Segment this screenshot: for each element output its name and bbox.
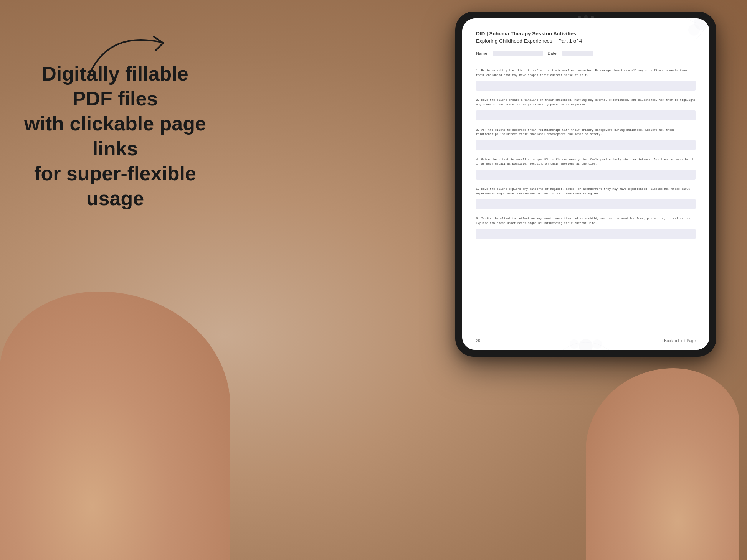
name-label: Name: — [476, 51, 488, 56]
tablet-device: DID | Schema Therapy Session Activities:… — [455, 12, 716, 357]
ornament-bottom — [547, 331, 624, 350]
doc-name-date-row: Name: Date: — [476, 51, 696, 56]
back-to-first-page-link[interactable]: + Back to First Page — [661, 339, 696, 343]
doc-item-6: 6. Invite the client to reflect on any u… — [476, 217, 696, 239]
doc-answer-box-2[interactable] — [476, 110, 696, 120]
doc-item-4-text: 4. Guide the client in recalling a speci… — [476, 158, 696, 166]
doc-answer-box-5[interactable] — [476, 199, 696, 209]
date-field[interactable] — [562, 51, 593, 56]
doc-subtitle: Exploring Childhood Experiences – Part 1… — [476, 38, 696, 44]
hand-right — [586, 368, 739, 560]
doc-answer-box-3[interactable] — [476, 140, 696, 150]
doc-item-1-text: 1. Begin by asking the client to reflect… — [476, 69, 696, 77]
doc-item-3: 3. Ask the client to describe their rela… — [476, 128, 696, 150]
doc-title: DID | Schema Therapy Session Activities: — [476, 31, 696, 36]
doc-item-2-text: 2. Have the client create a timeline of … — [476, 98, 696, 107]
left-panel: Digitally fillable PDF files with clicka… — [23, 61, 207, 211]
name-field[interactable] — [493, 51, 543, 56]
tablet-outer: DID | Schema Therapy Session Activities:… — [455, 12, 716, 357]
doc-item-4: 4. Guide the client in recalling a speci… — [476, 158, 696, 180]
hand-left — [0, 292, 230, 560]
svg-point-2 — [579, 339, 593, 350]
doc-answer-box-1[interactable] — [476, 81, 696, 91]
doc-answer-box-6[interactable] — [476, 229, 696, 239]
page-number: 20 — [476, 339, 480, 343]
doc-item-2: 2. Have the client create a timeline of … — [476, 98, 696, 120]
main-tagline: Digitally fillable PDF files with clicka… — [23, 61, 207, 211]
document-content: DID | Schema Therapy Session Activities:… — [462, 18, 709, 350]
doc-answer-box-4[interactable] — [476, 170, 696, 180]
doc-item-6-text: 6. Invite the client to reflect on any u… — [476, 217, 696, 226]
tablet-screen: DID | Schema Therapy Session Activities:… — [462, 18, 709, 350]
ornament-top — [663, 18, 709, 41]
doc-item-1: 1. Begin by asking the client to reflect… — [476, 69, 696, 91]
doc-item-5: 5. Have the client explore any patterns … — [476, 187, 696, 209]
date-label: Date: — [547, 51, 557, 56]
doc-item-5-text: 5. Have the client explore any patterns … — [476, 187, 696, 196]
svg-point-1 — [688, 24, 700, 36]
doc-item-3-text: 3. Ask the client to describe their rela… — [476, 128, 696, 137]
doc-divider — [476, 63, 696, 63]
